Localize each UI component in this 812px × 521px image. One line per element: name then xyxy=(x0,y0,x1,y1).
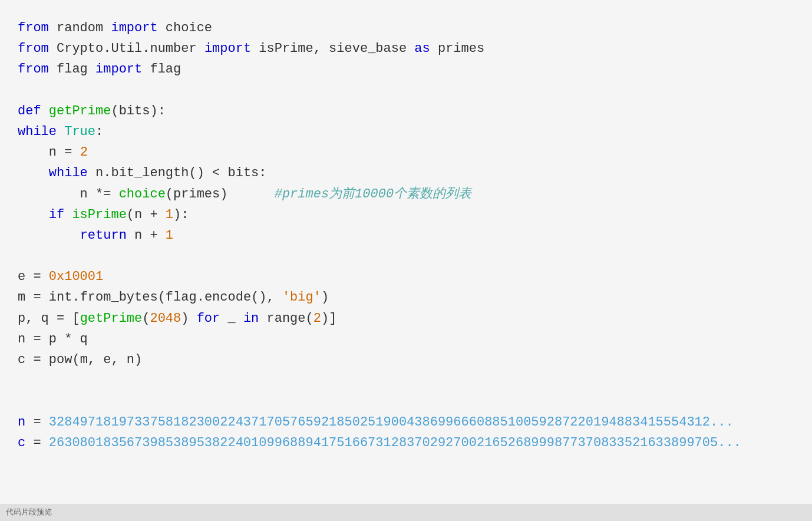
code-line-4 xyxy=(18,80,794,101)
status-bar: 代码片段预览 xyxy=(0,504,812,521)
code-line-19 xyxy=(18,391,794,411)
code-line-6: while True: xyxy=(18,121,794,142)
code-line-13: e = 0x10001 xyxy=(18,266,794,287)
code-line-16: n = p * q xyxy=(18,329,794,349)
code-line-10: if isPrime(n + 1): xyxy=(18,205,794,225)
kw-as: as xyxy=(414,41,430,56)
kw-if: if xyxy=(49,207,64,222)
hex-e: 0x10001 xyxy=(49,269,103,284)
code-line-14: m = int.from_bytes(flag.encode(), 'big') xyxy=(18,287,794,308)
status-text: 代码片段预览 xyxy=(6,507,52,519)
code-line-7: n = 2 xyxy=(18,142,794,163)
kw-while-1: while xyxy=(18,124,57,139)
code-line-21: c = 263080183567398538953822401099688941… xyxy=(18,433,794,453)
code-line-5: def getPrime(bits): xyxy=(18,101,794,121)
result-c-label: c xyxy=(18,436,33,450)
func-isPrime: isPrime xyxy=(72,207,126,222)
code-line-17: c = pow(m, e, n) xyxy=(18,349,794,370)
kw-import-3: import xyxy=(95,62,142,77)
result-n-value: 3284971819733758182300224371705765921850… xyxy=(49,415,695,430)
str-big: 'big' xyxy=(282,290,321,305)
result-c-value: 2630801835673985389538224010996889417516… xyxy=(49,436,718,450)
kw-while-2: while xyxy=(49,166,88,180)
kw-from-1: from xyxy=(18,21,49,35)
kw-from-2: from xyxy=(18,41,49,56)
num-2: 2 xyxy=(80,145,88,160)
code-line-8: while n.bit_length() < bits: xyxy=(18,163,794,183)
code-line-3: from flag import flag xyxy=(18,59,794,80)
code-line-18 xyxy=(18,370,794,391)
code-line-20: n = 328497181973375818230022437170576592… xyxy=(18,412,794,433)
kw-def: def xyxy=(18,104,41,118)
kw-for: for xyxy=(197,311,220,326)
code-line-12 xyxy=(18,246,794,266)
func-getPrime: getPrime xyxy=(49,104,111,118)
kw-from-3: from xyxy=(18,62,49,77)
kw-import-2: import xyxy=(204,41,251,56)
kw-in: in xyxy=(243,311,259,326)
code-block: from random import choice from Crypto.Ut… xyxy=(18,12,794,459)
kw-return: return xyxy=(80,228,127,243)
code-line-9: n *= choice(primes) #primes为前10000个素数的列表 xyxy=(18,184,794,205)
kw-import-1: import xyxy=(111,21,157,35)
code-line-15: p, q = [getPrime(2048) for _ in range(2)… xyxy=(18,308,794,329)
code-line-2: from Crypto.Util.number import isPrime, … xyxy=(18,38,794,59)
result-n-label: n xyxy=(18,415,33,430)
kw-true: True xyxy=(64,124,95,139)
func-choice: choice xyxy=(119,187,166,202)
comment-primes: #primes为前10000个素数的列表 xyxy=(275,187,471,202)
code-line-1: from random import choice xyxy=(18,18,794,38)
code-line-11: return n + 1 xyxy=(18,225,794,246)
